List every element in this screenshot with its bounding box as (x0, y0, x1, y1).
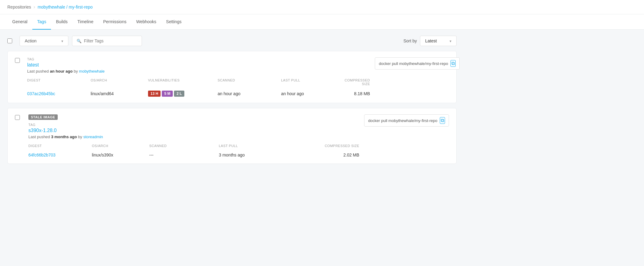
vuln-low-badge: 2 L (174, 91, 184, 97)
tag-s390x-digest-header: DIGEST OS/ARCH SCANNED LAST PULL COMPRES… (28, 144, 359, 150)
header-scanned: SCANNED (218, 78, 279, 86)
tag-s390x-last-pull: 3 months ago (219, 153, 280, 157)
select-all-checkbox-wrap (7, 38, 13, 44)
tag-s390x-digest-table: DIGEST OS/ARCH SCANNED LAST PULL COMPRES… (28, 144, 359, 157)
tag-s390x-meta: Last pushed 3 months ago by storeadmin (28, 135, 359, 139)
sort-by-wrap: Sort by Latest (403, 36, 457, 46)
copy-icon-latest[interactable]: ⧉ (450, 60, 456, 67)
sort-dropdown-value: Latest (425, 38, 437, 43)
breadcrumb-repositories[interactable]: Repositories (7, 5, 31, 9)
tag-s390x-arch: linux/s390x (92, 153, 147, 157)
action-dropdown-chevron (61, 38, 63, 43)
search-icon (77, 38, 81, 43)
tag-latest-label: TAG (27, 57, 370, 61)
tag-latest-vuln-wrap: 13 H 5 M 2 L (148, 91, 215, 97)
tab-general[interactable]: General (7, 14, 32, 30)
tag-s390x-digest-row: 64fc66b2b703 linux/s390x --- 3 months ag… (28, 150, 359, 157)
tab-permissions[interactable]: Permissions (98, 14, 131, 30)
header-last-pull: LAST PULL (281, 78, 342, 86)
tag-card-latest: TAG latest Last pushed an hour ago by mo… (7, 51, 457, 103)
tag-s390x-pushed-time: 3 months ago (51, 135, 77, 139)
sort-dropdown-chevron (450, 38, 451, 43)
tag-latest-digest-header: DIGEST OS/ARCH VULNERABILITIES SCANNED L… (27, 78, 370, 88)
tag-card-s390x-row: STALE IMAGE TAG s390x-1.28.0 Last pushed… (15, 114, 449, 157)
breadcrumb: Repositories › mobythewhale / my-first-r… (0, 0, 644, 14)
tag-s390x-pushed-by[interactable]: storeadmin (83, 135, 103, 139)
sort-label: Sort by (403, 38, 417, 43)
tab-settings[interactable]: Settings (161, 14, 186, 30)
tag-latest-by-prefix: by (74, 69, 79, 74)
tag-s390x-label: TAG (28, 123, 359, 127)
header-s390x-scanned: SCANNED (149, 144, 216, 148)
filter-tags-input-wrap (72, 36, 142, 46)
header-s390x-digest: DIGEST (28, 144, 89, 148)
tag-s390x-docker-pull: docker pull mobythewhale/my-first-repo ⧉ (364, 114, 449, 127)
header-s390x-compressed-size: COMPRESSED SIZE (282, 144, 359, 148)
sort-dropdown[interactable]: Latest (420, 36, 457, 46)
header-osarch: OS/ARCH (91, 78, 146, 86)
tag-s390x-docker-pull-cmd: docker pull mobythewhale/my-first-repo (368, 118, 437, 123)
tag-s390x-scanned: --- (149, 153, 216, 157)
tag-s390x-name[interactable]: s390x-1.28.0 (28, 128, 359, 133)
tag-latest-name[interactable]: latest (27, 62, 370, 68)
tag-latest-meta: Last pushed an hour ago by mobythewhale (27, 69, 370, 74)
tag-s390x-content: STALE IMAGE TAG s390x-1.28.0 Last pushed… (28, 114, 359, 157)
main-content: Action Sort by Latest TAG latest Last (0, 30, 464, 175)
tag-s390x-checkbox[interactable] (15, 115, 20, 120)
header-vulnerabilities: VULNERABILITIES (148, 78, 215, 86)
tag-latest-size: 8.18 MB (345, 91, 370, 96)
tabs-bar: General Tags Builds Timeline Permissions… (0, 14, 644, 30)
tag-card-s390x: STALE IMAGE TAG s390x-1.28.0 Last pushed… (7, 108, 457, 164)
header-compressed-size: COMPRESSED SIZE (345, 78, 370, 86)
header-s390x-last-pull: LAST PULL (219, 144, 280, 148)
toolbar: Action Sort by Latest (7, 36, 457, 46)
header-digest: DIGEST (27, 78, 88, 86)
tag-latest-last-pull: an hour ago (281, 91, 342, 96)
action-dropdown[interactable]: Action (20, 36, 68, 46)
tab-webhooks[interactable]: Webhooks (131, 14, 161, 30)
tag-latest-pushed-prefix: Last pushed (27, 69, 49, 74)
tag-latest-docker-pull: docker pull mobythewhale/my-first-repo ⧉ (375, 57, 460, 70)
tag-latest-docker-pull-cmd: docker pull mobythewhale/my-first-repo (379, 61, 448, 66)
tag-s390x-hash[interactable]: 64fc66b2b703 (28, 153, 89, 157)
tag-latest-pushed-by[interactable]: mobythewhale (79, 69, 105, 74)
copy-icon-s390x[interactable]: ⧉ (440, 117, 445, 124)
vuln-high-badge: 13 H (148, 91, 161, 97)
breadcrumb-repo[interactable]: mobythewhale / my-first-repo (38, 5, 93, 9)
action-dropdown-label: Action (25, 38, 37, 43)
tag-latest-arch: linux/amd64 (91, 91, 146, 96)
filter-tags-input[interactable] (84, 38, 137, 43)
tag-latest-content: TAG latest Last pushed an hour ago by mo… (27, 57, 370, 97)
tag-latest-hash[interactable]: 037ac26b45bc (27, 91, 88, 96)
tag-latest-checkbox[interactable] (15, 58, 20, 63)
tag-s390x-size: 2.02 MB (282, 153, 359, 157)
tab-builds[interactable]: Builds (51, 14, 72, 30)
tag-latest-pushed-time: an hour ago (50, 69, 72, 74)
breadcrumb-sep1: › (34, 4, 35, 10)
select-all-checkbox[interactable] (7, 38, 12, 43)
tag-s390x-checkbox-wrap (15, 114, 21, 120)
tag-latest-checkbox-wrap (15, 57, 20, 63)
tag-latest-scanned: an hour ago (218, 91, 279, 96)
header-s390x-osarch: OS/ARCH (92, 144, 147, 148)
tab-tags[interactable]: Tags (32, 14, 51, 30)
stale-badge: STALE IMAGE (28, 114, 58, 120)
tag-s390x-by-prefix: by (78, 135, 83, 139)
tag-s390x-pushed-prefix: Last pushed (28, 135, 50, 139)
vuln-medium-badge: 5 M (162, 91, 173, 97)
tab-timeline[interactable]: Timeline (73, 14, 98, 30)
tag-latest-digest-row: 037ac26b45bc linux/amd64 13 H 5 M 2 L an… (27, 88, 370, 97)
tag-card-latest-row: TAG latest Last pushed an hour ago by mo… (15, 57, 449, 97)
tag-latest-digest-table: DIGEST OS/ARCH VULNERABILITIES SCANNED L… (27, 78, 370, 97)
